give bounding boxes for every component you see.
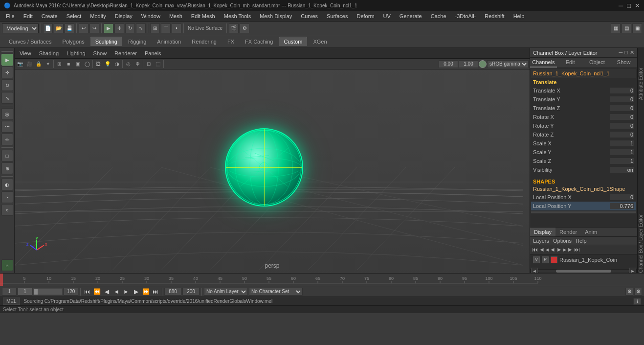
panels-menu[interactable]: Panels bbox=[142, 50, 164, 56]
maya-home-btn[interactable]: ⌂ bbox=[1, 259, 13, 271]
cb-value-tz[interactable]: 0 bbox=[610, 105, 634, 111]
lighting-menu[interactable]: Lighting bbox=[64, 50, 89, 56]
cb-value-sx[interactable]: 1 bbox=[610, 140, 634, 146]
menu-curves[interactable]: Curves bbox=[297, 12, 322, 20]
language-indicator[interactable]: MEL bbox=[3, 298, 20, 305]
snap-curve-btn[interactable]: ⌒ bbox=[161, 23, 171, 33]
vp-texture-btn[interactable]: 🖼 bbox=[94, 60, 103, 69]
layers-next-btn[interactable]: ► bbox=[567, 246, 573, 253]
timeline[interactable]: 5 10 15 20 25 30 35 40 45 50 55 60 65 70… bbox=[0, 273, 644, 286]
renderer-menu[interactable]: Renderer bbox=[111, 50, 140, 56]
cb-value-ty[interactable]: 0 bbox=[610, 96, 634, 102]
vp-solid-btn[interactable]: ■ bbox=[64, 60, 73, 69]
menu-display[interactable]: Display bbox=[111, 12, 136, 20]
layer-p-btn[interactable]: P bbox=[542, 256, 549, 263]
vp-xray-btn[interactable]: ☸ bbox=[133, 60, 142, 69]
cb-value-tx[interactable]: 0 bbox=[610, 88, 634, 93]
layer-v-btn[interactable]: V bbox=[533, 256, 540, 263]
cb-value-rx[interactable]: 0 bbox=[610, 114, 634, 120]
vp-light-btn[interactable]: 💡 bbox=[103, 60, 112, 69]
prev-frame-btn[interactable]: ◀ bbox=[102, 288, 111, 295]
cb-minimize-icon[interactable]: ─ bbox=[619, 49, 623, 56]
layers-next-next-btn[interactable]: ⏭ bbox=[574, 246, 580, 253]
vp-gamma-select[interactable]: sRGB gamma bbox=[487, 60, 529, 68]
channel-box-layer-label[interactable]: Channel Box / Layer Editor bbox=[638, 214, 644, 273]
max-frame2-input[interactable] bbox=[182, 288, 200, 296]
vp-wire-solid-btn[interactable]: ▣ bbox=[73, 60, 82, 69]
cb-tab-edit[interactable]: Edit bbox=[557, 58, 584, 68]
snap-grid-btn[interactable]: ⊞ bbox=[150, 23, 160, 33]
undo-btn[interactable]: ↩ bbox=[79, 23, 89, 33]
display-btn[interactable]: □ bbox=[1, 150, 13, 161]
menu-generate[interactable]: Generate bbox=[396, 12, 426, 20]
tab-animation[interactable]: Animation bbox=[152, 37, 186, 46]
dt-tab-anim[interactable]: Anim bbox=[581, 228, 601, 236]
menu-file[interactable]: File bbox=[2, 12, 19, 20]
move-btn[interactable]: ✛ bbox=[114, 23, 124, 33]
menu-edit-mesh[interactable]: Edit Mesh bbox=[187, 12, 219, 20]
char-set-select[interactable]: No Character Set bbox=[249, 288, 303, 296]
go-end-btn[interactable]: ⏭ bbox=[151, 288, 160, 295]
viewport-canvas[interactable]: x y z persp bbox=[15, 69, 530, 273]
paint-btn[interactable]: ✏ bbox=[1, 134, 13, 145]
layer-color-swatch[interactable] bbox=[551, 256, 557, 263]
tab-xgen[interactable]: XGen bbox=[308, 37, 332, 46]
vp-wire-btn[interactable]: ⊞ bbox=[55, 60, 64, 69]
layers-menu[interactable]: Layers bbox=[533, 238, 549, 244]
cb-value-sz[interactable]: 1 bbox=[610, 158, 634, 164]
layers-scrollbar[interactable]: ◄ ► bbox=[530, 269, 637, 273]
dt-tab-render[interactable]: Render bbox=[555, 228, 581, 236]
layers-prev-btn[interactable]: ◄ bbox=[539, 246, 545, 253]
cb-close-icon[interactable]: ✕ bbox=[630, 49, 634, 56]
cb-value-ry[interactable]: 0 bbox=[610, 123, 634, 129]
menu-help[interactable]: Help bbox=[510, 12, 529, 20]
dt-tab-display[interactable]: Display bbox=[530, 228, 555, 236]
scale-btn[interactable]: ⤡ bbox=[136, 23, 146, 33]
vp-shadow-btn[interactable]: ◑ bbox=[112, 60, 121, 69]
move-tool-btn[interactable]: ✛ bbox=[1, 67, 13, 78]
lasso-btn[interactable]: 〜 bbox=[1, 121, 13, 133]
vp-color-circle[interactable] bbox=[479, 60, 487, 68]
cb-value-rz[interactable]: 0 bbox=[610, 132, 634, 138]
close-button[interactable]: ✕ bbox=[635, 2, 640, 9]
vp-smooth-btn[interactable]: ◯ bbox=[83, 60, 91, 69]
cb-value-vis[interactable]: on bbox=[610, 167, 634, 173]
smooth-btn[interactable]: ~ bbox=[1, 191, 13, 203]
sculpt-tools-btn[interactable]: ◐ bbox=[1, 179, 13, 190]
relax-btn[interactable]: ≈ bbox=[1, 204, 13, 216]
layers-prev-frame-btn[interactable]: ◂ bbox=[546, 246, 549, 253]
vp-isolate-btn[interactable]: ◎ bbox=[124, 60, 133, 69]
layers-prev-prev-btn[interactable]: ⏮ bbox=[532, 246, 538, 253]
menu-deform[interactable]: Deform bbox=[353, 12, 378, 20]
tab-polygons[interactable]: Polygons bbox=[57, 37, 89, 46]
show-menu[interactable]: Show bbox=[90, 50, 110, 56]
anim-opts-btn[interactable]: ⚙ bbox=[634, 288, 642, 296]
step-back-btn[interactable]: ⏪ bbox=[92, 288, 101, 295]
channel-box-toggle[interactable]: ▦ bbox=[611, 23, 621, 33]
menu-create[interactable]: Create bbox=[38, 12, 62, 20]
tool-settings-toggle[interactable]: ▣ bbox=[632, 23, 642, 33]
cb-expand-icon[interactable]: □ bbox=[624, 49, 628, 56]
max-frame-input[interactable] bbox=[164, 288, 181, 296]
menu-mesh[interactable]: Mesh bbox=[165, 12, 186, 20]
current-frame-input[interactable] bbox=[18, 288, 32, 296]
scale-tool-btn[interactable]: ⤡ bbox=[1, 92, 13, 104]
vp-grid-btn[interactable]: ⊡ bbox=[144, 60, 153, 69]
shading-menu[interactable]: Shading bbox=[36, 50, 62, 56]
menu-redshift[interactable]: Redshift bbox=[481, 12, 508, 20]
next-frame-btn[interactable]: ▶ bbox=[132, 288, 140, 295]
tab-fx[interactable]: FX bbox=[222, 37, 239, 46]
redo-btn[interactable]: ↪ bbox=[89, 23, 99, 33]
menu-select[interactable]: Select bbox=[63, 12, 86, 20]
new-file-btn[interactable]: 📄 bbox=[43, 23, 53, 33]
tab-fx-caching[interactable]: FX Caching bbox=[240, 37, 278, 46]
select-tool-btn[interactable]: ▶ bbox=[1, 54, 13, 66]
coin-object[interactable] bbox=[225, 128, 303, 207]
tab-curves-surfaces[interactable]: Curves / Surfaces bbox=[4, 37, 56, 46]
open-btn[interactable]: 📂 bbox=[54, 23, 64, 33]
step-forward-btn[interactable]: ⏩ bbox=[141, 288, 150, 295]
vp-highlight-btn[interactable]: ✦ bbox=[44, 60, 52, 69]
options-menu[interactable]: Options bbox=[553, 238, 572, 244]
save-btn[interactable]: 💾 bbox=[65, 23, 74, 33]
preferences-btn[interactable]: ⚙ bbox=[625, 288, 633, 296]
